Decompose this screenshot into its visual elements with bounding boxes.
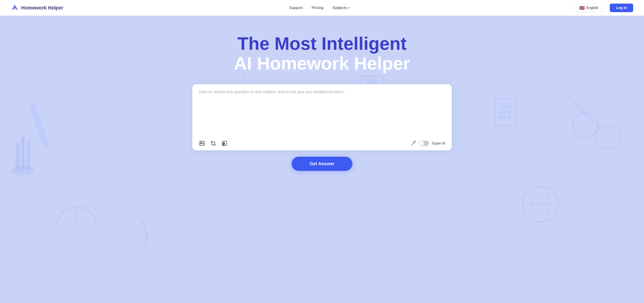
svg-text:fx: fx: [223, 142, 225, 145]
svg-rect-21: [503, 111, 506, 114]
nav-pricing[interactable]: Pricing: [312, 6, 323, 10]
svg-rect-24: [503, 116, 506, 119]
svg-point-29: [522, 186, 558, 222]
svg-rect-18: [496, 98, 516, 126]
svg-rect-3: [16, 144, 20, 171]
chevron-down-icon: ▾: [348, 6, 350, 10]
nav-subjects[interactable]: Subjects ▾: [332, 6, 350, 10]
selector-arrow-icon: ⌄: [600, 6, 603, 10]
svg-rect-33: [616, 208, 622, 212]
login-button[interactable]: Log in: [610, 4, 633, 12]
crop-icon[interactable]: [210, 140, 216, 147]
nav-support[interactable]: Support: [289, 6, 303, 10]
svg-rect-5: [26, 141, 30, 171]
svg-rect-2: [14, 8, 15, 10]
svg-rect-22: [508, 111, 511, 114]
svg-point-30: [532, 186, 550, 222]
svg-line-42: [414, 143, 415, 143]
svg-rect-7: [28, 103, 50, 148]
navbar: Homework Helper Support Pricing Subjects…: [0, 0, 644, 16]
nav-subjects-label: Subjects: [332, 6, 347, 10]
svg-rect-25: [508, 116, 511, 119]
nav-right: 🇬🇧 English ⌄ Log in: [576, 4, 633, 12]
question-toolbar: fx: [198, 137, 446, 147]
hero-section: ♩ The Most I: [0, 16, 644, 303]
svg-point-15: [596, 124, 620, 149]
logo[interactable]: Homework Helper: [11, 4, 63, 12]
svg-text:✦: ✦: [414, 141, 416, 142]
question-input[interactable]: [198, 90, 446, 134]
magic-wand-icon[interactable]: ✦: [410, 140, 416, 146]
language-label: English: [586, 6, 598, 10]
svg-line-17: [572, 103, 601, 130]
svg-point-35: [201, 142, 202, 143]
svg-rect-4: [22, 137, 24, 171]
image-upload-icon[interactable]: [198, 140, 205, 147]
logo-text: Homework Helper: [21, 5, 63, 11]
super-ai-toggle[interactable]: [419, 141, 429, 146]
logo-icon: [11, 4, 19, 12]
svg-point-14: [573, 113, 598, 138]
svg-point-32: [609, 188, 629, 208]
question-box: fx: [192, 84, 452, 150]
language-selector[interactable]: 🇬🇧 English ⌄: [576, 4, 606, 12]
svg-line-43: [412, 142, 413, 143]
flag-icon: 🇬🇧: [579, 5, 585, 10]
svg-rect-23: [499, 116, 502, 119]
svg-line-38: [412, 142, 414, 145]
hero-content: The Most Intelligent AI Homework Helper: [187, 34, 457, 171]
get-answer-button[interactable]: Get Answer: [292, 157, 352, 171]
toolbar-right: ✦ Super AI: [410, 140, 446, 146]
svg-line-40: [413, 141, 413, 142]
svg-rect-20: [499, 111, 502, 114]
hero-title-line1: The Most Intelligent: [234, 34, 410, 54]
svg-marker-28: [143, 240, 146, 245]
nav-links: Support Pricing Subjects ▾: [289, 6, 350, 10]
toolbar-left: fx: [198, 140, 228, 147]
svg-rect-27: [142, 220, 150, 240]
hero-title: The Most Intelligent AI Homework Helper: [234, 34, 410, 74]
super-ai-label: Super AI: [432, 141, 446, 146]
svg-line-16: [563, 92, 592, 119]
svg-rect-19: [499, 102, 512, 108]
hero-title-line2: AI Homework Helper: [234, 54, 410, 74]
svg-point-6: [11, 166, 34, 176]
formula-icon[interactable]: fx: [221, 140, 228, 147]
